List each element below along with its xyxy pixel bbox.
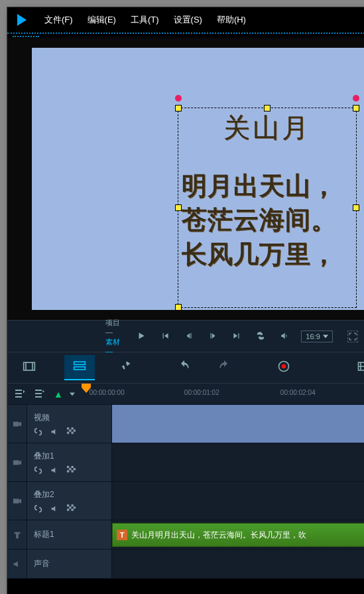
visibility-icon[interactable] xyxy=(67,504,76,513)
link-icon[interactable] xyxy=(34,504,42,513)
marker-button[interactable] xyxy=(353,357,364,378)
svg-rect-9 xyxy=(69,429,71,431)
track-lane[interactable] xyxy=(112,550,364,578)
chevron-down-icon[interactable] xyxy=(70,392,75,397)
video-clip[interactable] xyxy=(112,405,364,443)
track-name: 标题1 xyxy=(34,529,105,540)
timeline-ruler-row: ▲ 00:00:00:00 00:00:01:02 00:00:02:04 xyxy=(7,384,364,405)
title-poem: 明月出天山， 苍茫云海间。 长风几万里， xyxy=(182,169,353,271)
redo-button[interactable] xyxy=(214,357,234,378)
track-type-video-icon[interactable] xyxy=(7,443,27,481)
track-lane[interactable] xyxy=(112,443,364,481)
preview-canvas[interactable]: 关山月 明月出天山， 苍茫云海间。 长风几万里， xyxy=(32,48,364,310)
poem-line: 长风几万里， xyxy=(182,238,353,271)
svg-rect-24 xyxy=(74,506,76,508)
material-label: 素材— xyxy=(105,337,125,355)
mute-icon[interactable] xyxy=(50,504,59,513)
go-start-button[interactable] xyxy=(158,329,172,344)
svg-rect-14 xyxy=(67,466,69,468)
svg-rect-13 xyxy=(13,460,19,465)
source-toggle[interactable]: 项目— 素材— xyxy=(105,318,125,355)
track-header[interactable]: 声音 xyxy=(27,550,112,578)
menu-settings[interactable]: 设置(S) xyxy=(174,14,202,26)
next-frame-button[interactable] xyxy=(206,329,220,344)
svg-rect-1 xyxy=(74,362,86,364)
visibility-icon[interactable] xyxy=(67,427,76,436)
svg-rect-11 xyxy=(67,431,69,433)
ratio-value: 16:9 xyxy=(306,333,320,340)
track-lane[interactable] xyxy=(112,405,364,443)
track-row-title1: 标题1 T 关山月明月出天山，苍茫云海间。长风几万里，吹 xyxy=(7,520,364,550)
project-label: 项目— xyxy=(105,318,125,336)
svg-rect-2 xyxy=(74,367,86,370)
svg-rect-16 xyxy=(69,468,71,470)
app-window: 文件(F) 编辑(E) 工具(T) 设置(S) 帮助(H) 关山月 明月出天山， xyxy=(7,7,364,594)
svg-rect-12 xyxy=(72,431,74,433)
track-type-video-icon[interactable] xyxy=(7,482,27,520)
svg-rect-18 xyxy=(67,470,69,472)
menu-file[interactable]: 文件(F) xyxy=(44,14,73,26)
mute-icon[interactable] xyxy=(50,427,59,436)
storyboard-tab[interactable] xyxy=(14,356,44,380)
track-header[interactable]: 标题1 xyxy=(27,520,112,549)
undo-button[interactable] xyxy=(174,357,194,378)
track-lane[interactable]: T 关山月明月出天山，苍茫云海间。长风几万里，吹 xyxy=(112,520,364,549)
link-icon[interactable] xyxy=(34,466,42,475)
timeline-tab[interactable] xyxy=(64,355,95,380)
svg-rect-26 xyxy=(72,508,74,510)
resize-handle-icon[interactable] xyxy=(175,304,182,311)
rotate-handle-icon[interactable] xyxy=(353,95,359,102)
menu-help[interactable]: 帮助(H) xyxy=(217,14,246,26)
timeline-ruler[interactable]: 00:00:00:00 00:00:01:02 00:00:02:04 xyxy=(82,384,363,404)
resize-handle-icon[interactable] xyxy=(353,105,359,111)
resize-handle-icon[interactable] xyxy=(175,105,182,111)
list-collapse-button[interactable] xyxy=(14,388,25,400)
ruler-timecode: 00:00:01:02 xyxy=(184,389,219,396)
svg-rect-6 xyxy=(13,421,19,426)
track-name: 叠加1 xyxy=(34,451,105,462)
timeline-tracks: 视频 叠加1 xyxy=(7,405,364,579)
resize-handle-icon[interactable] xyxy=(353,204,359,211)
poem-line: 苍茫云海间。 xyxy=(182,203,353,237)
svg-rect-8 xyxy=(72,427,74,429)
logo-icon xyxy=(14,12,30,28)
track-type-title-icon[interactable] xyxy=(7,520,27,549)
go-end-button[interactable] xyxy=(229,329,244,344)
play-button[interactable] xyxy=(134,329,149,344)
menu-edit[interactable]: 编辑(E) xyxy=(88,14,116,26)
volume-button[interactable] xyxy=(277,329,292,344)
prev-frame-button[interactable] xyxy=(182,329,196,344)
resize-handle-icon[interactable] xyxy=(175,204,182,211)
track-lane[interactable] xyxy=(112,482,364,520)
svg-rect-7 xyxy=(67,427,69,429)
resize-handle-icon[interactable] xyxy=(264,105,271,111)
title-text-block[interactable]: 关山月 明月出天山， 苍茫云海间。 长风几万里， xyxy=(178,108,356,273)
title-clip[interactable]: T 关山月明月出天山，苍茫云海间。长风几万里，吹 xyxy=(112,523,364,547)
track-type-audio-icon[interactable] xyxy=(7,550,27,578)
track-row-overlay1: 叠加1 xyxy=(7,443,364,482)
svg-rect-10 xyxy=(74,429,76,431)
record-button[interactable] xyxy=(274,357,294,378)
aspect-ratio-selector[interactable]: 16:9 xyxy=(301,331,332,342)
audio-mixer-button[interactable] xyxy=(314,357,334,378)
track-type-video-icon[interactable] xyxy=(7,405,27,443)
track-header[interactable]: 叠加1 xyxy=(27,443,112,481)
title-clip-icon: T xyxy=(117,530,127,540)
svg-rect-22 xyxy=(72,504,74,506)
mute-icon[interactable] xyxy=(50,466,59,475)
visibility-icon[interactable] xyxy=(67,466,76,475)
fullscreen-button[interactable] xyxy=(347,331,358,342)
svg-rect-17 xyxy=(74,468,76,470)
svg-rect-25 xyxy=(67,508,69,510)
link-icon[interactable] xyxy=(34,427,42,436)
settings-tool-button[interactable] xyxy=(115,357,135,378)
track-header[interactable]: 叠加2 xyxy=(27,482,112,520)
menu-tools[interactable]: 工具(T) xyxy=(131,14,159,26)
track-header[interactable]: 视频 xyxy=(27,405,112,443)
rotate-handle-icon[interactable] xyxy=(175,95,182,102)
title-selection-box[interactable]: 关山月 明月出天山， 苍茫云海间。 长风几万里， xyxy=(178,108,357,308)
ruler-timecode: 00:00:00:00 xyxy=(90,389,125,396)
add-track-button[interactable]: ▲ xyxy=(54,389,63,400)
repeat-button[interactable] xyxy=(253,329,268,344)
list-expand-button[interactable] xyxy=(34,388,44,400)
